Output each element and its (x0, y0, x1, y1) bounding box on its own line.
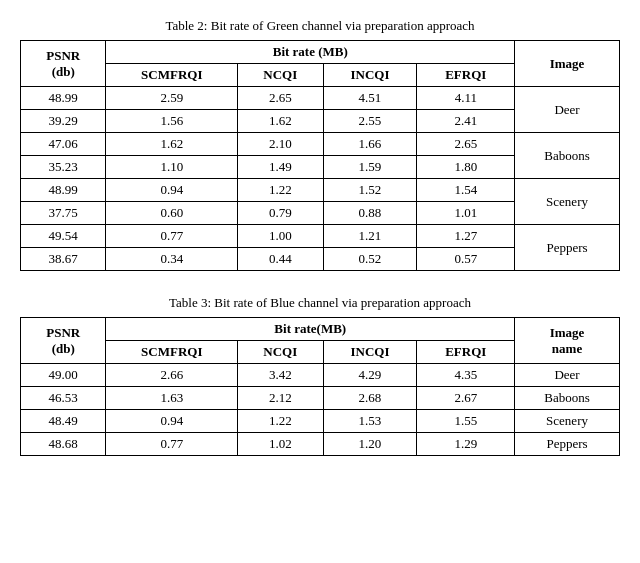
ncqi-cell: 0.44 (238, 248, 323, 271)
efrqi-cell: 4.35 (417, 364, 515, 387)
scmfrqi-cell: 1.63 (106, 387, 238, 410)
efrqi-cell: 1.80 (417, 156, 515, 179)
image-cell: Peppers (515, 433, 620, 456)
efrqi-cell: 2.65 (417, 133, 515, 156)
table-row: 46.531.632.122.682.67Baboons (21, 387, 620, 410)
psnr-cell: 49.00 (21, 364, 106, 387)
ncqi-cell: 1.62 (238, 110, 323, 133)
table2-psnr-header: PSNR (db) (21, 41, 106, 87)
table2-image-header: Image (515, 41, 620, 87)
image-cell: Deer (515, 87, 620, 133)
table3-col-incqi: INCQI (323, 341, 417, 364)
ncqi-cell: 3.42 (238, 364, 323, 387)
incqi-cell: 1.53 (323, 410, 417, 433)
table3-bitrate-header: Bit rate(MB) (106, 318, 515, 341)
efrqi-cell: 0.57 (417, 248, 515, 271)
image-cell: Scenery (515, 410, 620, 433)
table-row: 48.680.771.021.201.29Peppers (21, 433, 620, 456)
ncqi-cell: 2.12 (238, 387, 323, 410)
table2-col-scmfrqi: SCMFRQI (106, 64, 238, 87)
scmfrqi-cell: 0.94 (106, 410, 238, 433)
efrqi-cell: 1.55 (417, 410, 515, 433)
image-cell: Deer (515, 364, 620, 387)
image-cell: Scenery (515, 179, 620, 225)
incqi-cell: 4.29 (323, 364, 417, 387)
image-cell: Baboons (515, 133, 620, 179)
table-row: 49.002.663.424.294.35Deer (21, 364, 620, 387)
incqi-cell: 1.20 (323, 433, 417, 456)
table-row: 49.540.771.001.211.27Peppers (21, 225, 620, 248)
incqi-cell: 1.21 (323, 225, 417, 248)
ncqi-cell: 1.22 (238, 179, 323, 202)
ncqi-cell: 2.65 (238, 87, 323, 110)
psnr-cell: 48.99 (21, 179, 106, 202)
scmfrqi-cell: 2.59 (106, 87, 238, 110)
efrqi-cell: 1.29 (417, 433, 515, 456)
psnr-cell: 39.29 (21, 110, 106, 133)
table-row: 48.490.941.221.531.55Scenery (21, 410, 620, 433)
ncqi-cell: 1.49 (238, 156, 323, 179)
table3-image-header: Image name (515, 318, 620, 364)
efrqi-cell: 1.54 (417, 179, 515, 202)
ncqi-cell: 0.79 (238, 202, 323, 225)
ncqi-cell: 1.02 (238, 433, 323, 456)
efrqi-cell: 4.11 (417, 87, 515, 110)
table3-psnr-header: PSNR (db) (21, 318, 106, 364)
table2-caption: Table 2: Bit rate of Green channel via p… (20, 18, 620, 34)
psnr-cell: 38.67 (21, 248, 106, 271)
scmfrqi-cell: 0.60 (106, 202, 238, 225)
table3-caption: Table 3: Bit rate of Blue channel via pr… (20, 295, 620, 311)
table2-col-incqi: INCQI (323, 64, 417, 87)
ncqi-cell: 1.00 (238, 225, 323, 248)
table2-col-efrqi: EFRQI (417, 64, 515, 87)
incqi-cell: 4.51 (323, 87, 417, 110)
table2-bitrate-header: Bit rate (MB) (106, 41, 515, 64)
psnr-cell: 48.68 (21, 433, 106, 456)
efrqi-cell: 1.01 (417, 202, 515, 225)
ncqi-cell: 1.22 (238, 410, 323, 433)
table3: PSNR (db) Bit rate(MB) Image name SCMFRQ… (20, 317, 620, 456)
ncqi-cell: 2.10 (238, 133, 323, 156)
incqi-cell: 1.66 (323, 133, 417, 156)
psnr-cell: 47.06 (21, 133, 106, 156)
scmfrqi-cell: 0.94 (106, 179, 238, 202)
image-cell: Peppers (515, 225, 620, 271)
psnr-cell: 48.49 (21, 410, 106, 433)
table3-col-ncqi: NCQI (238, 341, 323, 364)
efrqi-cell: 1.27 (417, 225, 515, 248)
efrqi-cell: 2.41 (417, 110, 515, 133)
scmfrqi-cell: 1.10 (106, 156, 238, 179)
table-row: 48.992.592.654.514.11Deer (21, 87, 620, 110)
psnr-cell: 46.53 (21, 387, 106, 410)
psnr-cell: 37.75 (21, 202, 106, 225)
table2: PSNR (db) Bit rate (MB) Image SCMFRQI NC… (20, 40, 620, 271)
scmfrqi-cell: 0.34 (106, 248, 238, 271)
table-row: 48.990.941.221.521.54Scenery (21, 179, 620, 202)
incqi-cell: 1.52 (323, 179, 417, 202)
table3-col-efrqi: EFRQI (417, 341, 515, 364)
table2-col-ncqi: NCQI (238, 64, 323, 87)
scmfrqi-cell: 1.56 (106, 110, 238, 133)
table-row: 47.061.622.101.662.65Baboons (21, 133, 620, 156)
psnr-cell: 48.99 (21, 87, 106, 110)
efrqi-cell: 2.67 (417, 387, 515, 410)
scmfrqi-cell: 2.66 (106, 364, 238, 387)
incqi-cell: 0.88 (323, 202, 417, 225)
table3-col-scmfrqi: SCMFRQI (106, 341, 238, 364)
incqi-cell: 2.55 (323, 110, 417, 133)
image-cell: Baboons (515, 387, 620, 410)
scmfrqi-cell: 0.77 (106, 225, 238, 248)
incqi-cell: 2.68 (323, 387, 417, 410)
incqi-cell: 1.59 (323, 156, 417, 179)
psnr-cell: 35.23 (21, 156, 106, 179)
scmfrqi-cell: 1.62 (106, 133, 238, 156)
psnr-cell: 49.54 (21, 225, 106, 248)
incqi-cell: 0.52 (323, 248, 417, 271)
scmfrqi-cell: 0.77 (106, 433, 238, 456)
